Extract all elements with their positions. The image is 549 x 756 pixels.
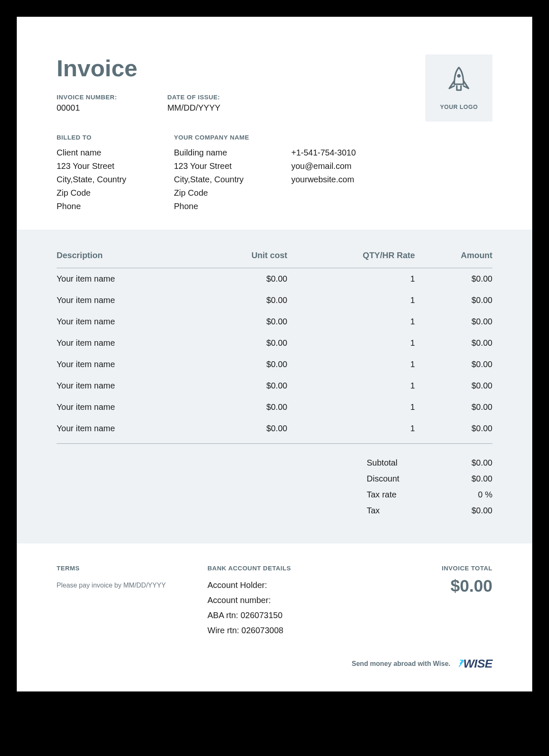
contact-column: +1-541-754-3010 you@email.com yourwebsit… (291, 134, 383, 213)
table-row: Your item name$0.001$0.00 (57, 375, 492, 396)
contact-email: you@email.com (291, 159, 383, 173)
subtotal-label: Subtotal (367, 455, 442, 471)
company-l1: Building name (174, 146, 266, 159)
discount-value: $0.00 (442, 471, 492, 487)
discount-row: Discount $0.00 (57, 471, 492, 487)
logo-caption: YOUR LOGO (440, 104, 478, 110)
totals-divider (57, 443, 492, 444)
tax-label: Tax (367, 502, 442, 518)
item-desc: Your item name (57, 311, 199, 332)
col-amount: Amount (415, 251, 492, 268)
item-amount: $0.00 (415, 354, 492, 375)
item-desc: Your item name (57, 332, 199, 354)
item-qty: 1 (287, 375, 415, 396)
bank-label: BANK ACCOUNT DETAILS (207, 564, 342, 572)
invoice-page: Invoice INVOICE NUMBER: 00001 DATE OF IS… (17, 17, 532, 691)
date-value: MM/DD/YYYY (167, 103, 220, 113)
company-label: YOUR COMPANY NAME (174, 134, 266, 141)
item-desc: Your item name (57, 268, 199, 290)
item-amount: $0.00 (415, 290, 492, 311)
items-section: Description Unit cost QTY/HR Rate Amount… (17, 230, 532, 544)
wise-row: Send money abroad with Wise. ⁷⁄ WISE (17, 654, 532, 691)
item-qty: 1 (287, 332, 415, 354)
table-row: Your item name$0.001$0.00 (57, 290, 492, 311)
addresses: BILLED TO Client name 123 Your Street Ci… (57, 134, 492, 213)
wise-tagline: Send money abroad with Wise. (352, 660, 450, 668)
svg-point-0 (458, 75, 460, 77)
item-unit: $0.00 (199, 332, 287, 354)
date-block: DATE OF ISSUE: MM/DD/YYYY (167, 93, 220, 113)
item-amount: $0.00 (415, 418, 492, 439)
item-unit: $0.00 (199, 354, 287, 375)
billed-to-l3: City,State, Country (57, 173, 149, 186)
company-column: YOUR COMPANY NAME Building name 123 Your… (174, 134, 266, 213)
billed-to-l4: Zip Code (57, 186, 149, 199)
item-amount: $0.00 (415, 375, 492, 396)
item-qty: 1 (287, 268, 415, 290)
footer: TERMS Please pay invoice by MM/DD/YYYY B… (17, 544, 532, 654)
bank-column: BANK ACCOUNT DETAILS Account Holder: Acc… (207, 564, 342, 637)
col-description: Description (57, 251, 199, 268)
item-desc: Your item name (57, 290, 199, 311)
company-l5: Phone (174, 199, 266, 213)
item-amount: $0.00 (415, 311, 492, 332)
billed-to-l5: Phone (57, 199, 149, 213)
item-amount: $0.00 (415, 332, 492, 354)
tax-value: $0.00 (442, 502, 492, 518)
invoice-number-block: INVOICE NUMBER: 00001 (57, 93, 117, 113)
rocket-icon (446, 66, 472, 104)
item-qty: 1 (287, 290, 415, 311)
item-desc: Your item name (57, 418, 199, 439)
bank-wire: Wire rtn: 026073008 (207, 624, 342, 637)
item-unit: $0.00 (199, 268, 287, 290)
date-label: DATE OF ISSUE: (167, 93, 220, 101)
item-unit: $0.00 (199, 396, 287, 418)
header: Invoice INVOICE NUMBER: 00001 DATE OF IS… (17, 17, 532, 230)
bank-number: Account number: (207, 593, 342, 607)
item-unit: $0.00 (199, 418, 287, 439)
invoice-total-label: INVOICE TOTAL (358, 564, 492, 572)
table-header-row: Description Unit cost QTY/HR Rate Amount (57, 251, 492, 268)
subtotal-value: $0.00 (442, 455, 492, 471)
wise-logo: ⁷⁄ WISE (458, 657, 492, 671)
billed-to-l1: Client name (57, 146, 149, 159)
subtotal-row: Subtotal $0.00 (57, 455, 492, 471)
item-unit: $0.00 (199, 311, 287, 332)
table-row: Your item name$0.001$0.00 (57, 396, 492, 418)
contact-phone: +1-541-754-3010 (291, 146, 383, 159)
contact-web: yourwebsite.com (291, 173, 383, 186)
taxrate-label: Tax rate (367, 487, 442, 502)
invoice-total-column: INVOICE TOTAL $0.00 (358, 564, 492, 637)
wise-flag-icon: ⁷⁄ (458, 658, 461, 669)
bank-holder: Account Holder: (207, 578, 342, 592)
billed-to-column: BILLED TO Client name 123 Your Street Ci… (57, 134, 149, 213)
item-qty: 1 (287, 396, 415, 418)
discount-label: Discount (367, 471, 442, 487)
bank-aba: ABA rtn: 026073150 (207, 608, 342, 622)
item-qty: 1 (287, 418, 415, 439)
table-row: Your item name$0.001$0.00 (57, 354, 492, 375)
invoice-number-value: 00001 (57, 103, 117, 113)
taxrate-row: Tax rate 0 % (57, 487, 492, 502)
wise-wordmark: WISE (463, 657, 492, 671)
totals-block: Subtotal $0.00 Discount $0.00 Tax rate 0… (57, 455, 492, 518)
item-unit: $0.00 (199, 290, 287, 311)
item-desc: Your item name (57, 354, 199, 375)
terms-text: Please pay invoice by MM/DD/YYYY (57, 582, 191, 589)
table-row: Your item name$0.001$0.00 (57, 268, 492, 290)
col-unit-cost: Unit cost (199, 251, 287, 268)
item-unit: $0.00 (199, 375, 287, 396)
company-l4: Zip Code (174, 186, 266, 199)
item-desc: Your item name (57, 396, 199, 418)
terms-label: TERMS (57, 564, 191, 572)
company-l2: 123 Your Street (174, 159, 266, 173)
item-amount: $0.00 (415, 396, 492, 418)
item-qty: 1 (287, 354, 415, 375)
logo-placeholder: YOUR LOGO (425, 54, 492, 122)
item-amount: $0.00 (415, 268, 492, 290)
col-qty: QTY/HR Rate (287, 251, 415, 268)
company-l3: City,State, Country (174, 173, 266, 186)
terms-column: TERMS Please pay invoice by MM/DD/YYYY (57, 564, 191, 637)
table-row: Your item name$0.001$0.00 (57, 311, 492, 332)
invoice-total-value: $0.00 (358, 577, 492, 595)
